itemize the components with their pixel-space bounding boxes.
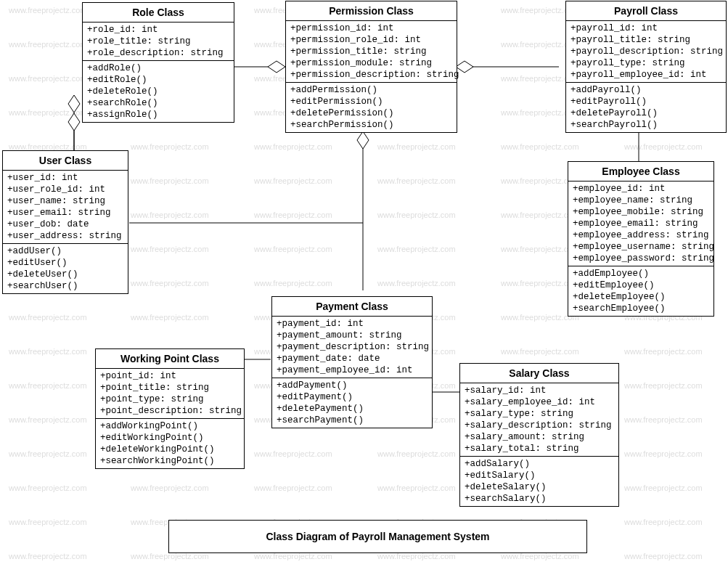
watermark-text: www.freeprojectz.com — [377, 245, 456, 253]
class-member: +editRole() — [87, 74, 229, 86]
watermark-text: www.freeprojectz.com — [254, 484, 332, 492]
class-methods: +addSalary()+editSalary()+deleteSalary()… — [460, 457, 618, 506]
class-member: +user_email: string — [7, 207, 123, 219]
class-attrs: +salary_id: int+salary_employee_id: int+… — [460, 383, 618, 457]
class-workingpoint: Working Point Class +point_id: int+point… — [95, 348, 245, 469]
watermark-text: www.freeprojectz.com — [624, 484, 703, 492]
class-member: +payroll_employee_id: int — [570, 69, 721, 81]
watermark-text: www.freeprojectz.com — [9, 518, 87, 526]
class-member: +payroll_type: string — [570, 57, 721, 69]
class-member: +assignRole() — [87, 109, 229, 121]
class-member: +permission_title: string — [290, 46, 452, 57]
svg-marker-10 — [357, 131, 369, 149]
watermark-text: www.freeprojectz.com — [624, 381, 703, 390]
watermark-text: www.freeprojectz.com — [9, 484, 87, 492]
watermark-text: www.freeprojectz.com — [9, 40, 87, 49]
class-member: +deleteSalary() — [465, 481, 614, 493]
class-title: Payroll Class — [566, 1, 726, 21]
class-member: +payment_description: string — [277, 341, 428, 353]
class-member: +searchPermission() — [290, 119, 452, 131]
watermark-text: www.freeprojectz.com — [377, 449, 456, 458]
class-methods: +addPayroll()+editPayroll()+deletePayrol… — [566, 83, 726, 132]
class-member: +editPermission() — [290, 96, 452, 107]
watermark-text: www.freeprojectz.com — [9, 313, 87, 322]
class-attrs: +payroll_id: int+payroll_title: string+p… — [566, 21, 726, 83]
class-member: +salary_total: string — [465, 443, 614, 454]
class-title: Permission Class — [286, 1, 457, 21]
class-payroll: Payroll Class +payroll_id: int+payroll_t… — [565, 1, 727, 133]
class-member: +employee_mobile: string — [573, 206, 709, 218]
class-member: +user_id: int — [7, 172, 123, 184]
class-member: +employee_name: string — [573, 195, 709, 206]
svg-marker-1 — [268, 61, 285, 73]
class-member: +addPayment() — [277, 380, 428, 391]
class-title: Role Class — [83, 3, 234, 23]
class-member: +searchSalary() — [465, 493, 614, 505]
class-member: +deleteUser() — [7, 269, 123, 280]
class-member: +deletePermission() — [290, 107, 452, 119]
class-methods: +addRole()+editRole()+deleteRole()+searc… — [83, 61, 234, 122]
class-attrs: +permission_id: int+permission_role_id: … — [286, 21, 457, 83]
class-member: +salary_amount: string — [465, 431, 614, 443]
watermark-text: www.freeprojectz.com — [9, 381, 87, 390]
class-member: +role_id: int — [87, 24, 229, 36]
watermark-text: www.freeprojectz.com — [377, 176, 456, 185]
class-member: +searchEmployee() — [573, 303, 709, 314]
class-member: +addUser() — [7, 245, 123, 257]
watermark-text: www.freeprojectz.com — [624, 142, 703, 151]
diagram-title: Class Diagram of Payroll Management Syst… — [168, 520, 587, 553]
watermark-text: www.freeprojectz.com — [624, 518, 703, 526]
class-member: +payroll_id: int — [570, 23, 721, 34]
watermark-text: www.freeprojectz.com — [254, 176, 332, 185]
class-member: +deleteWorkingPoint() — [100, 444, 240, 455]
class-member: +payment_date: date — [277, 353, 428, 364]
class-member: +user_role_id: int — [7, 184, 123, 195]
watermark-text: www.freeprojectz.com — [501, 142, 579, 151]
class-methods: +addPermission()+editPermission()+delete… — [286, 83, 457, 132]
class-member: +editEmployee() — [573, 280, 709, 291]
class-attrs: +point_id: int+point_title: string+point… — [96, 369, 244, 419]
class-member: +permission_module: string — [290, 57, 452, 69]
class-methods: +addUser()+editUser()+deleteUser()+searc… — [3, 244, 128, 293]
class-member: +addEmployee() — [573, 268, 709, 280]
class-member: +point_id: int — [100, 370, 240, 382]
class-member: +payment_amount: string — [277, 330, 428, 341]
watermark-text: www.freeprojectz.com — [624, 552, 703, 560]
class-member: +editWorkingPoint() — [100, 432, 240, 444]
class-member: +searchUser() — [7, 280, 123, 292]
class-methods: +addWorkingPoint()+editWorkingPoint()+de… — [96, 419, 244, 468]
class-member: +user_name: string — [7, 195, 123, 207]
class-member: +employee_password: string — [573, 253, 709, 264]
watermark-text: www.freeprojectz.com — [131, 484, 209, 492]
class-member: +point_description: string — [100, 405, 240, 417]
class-member: +salary_id: int — [465, 385, 614, 396]
watermark-text: www.freeprojectz.com — [9, 74, 87, 83]
class-title: Employee Class — [568, 162, 713, 182]
class-member: +editSalary() — [465, 470, 614, 481]
class-member: +searchWorkingPoint() — [100, 455, 240, 467]
class-permission: Permission Class +permission_id: int+per… — [285, 1, 457, 133]
watermark-text: www.freeprojectz.com — [254, 279, 332, 288]
class-member: +deleteEmployee() — [573, 291, 709, 303]
class-title: User Class — [3, 151, 128, 171]
watermark-text: www.freeprojectz.com — [9, 347, 87, 356]
watermark-text: www.freeprojectz.com — [9, 108, 87, 117]
class-member: +editPayment() — [277, 391, 428, 403]
class-user: User Class +user_id: int+user_role_id: i… — [2, 150, 128, 294]
class-methods: +addEmployee()+editEmployee()+deleteEmpl… — [568, 266, 713, 316]
class-attrs: +payment_id: int+payment_amount: string+… — [272, 317, 432, 378]
class-member: +salary_employee_id: int — [465, 396, 614, 408]
class-member: +addPermission() — [290, 84, 452, 96]
class-methods: +addPayment()+editPayment()+deletePaymen… — [272, 378, 432, 428]
class-attrs: +user_id: int+user_role_id: int+user_nam… — [3, 171, 128, 244]
class-member: +payment_employee_id: int — [277, 364, 428, 376]
class-member: +permission_id: int — [290, 23, 452, 34]
watermark-text: www.freeprojectz.com — [377, 484, 456, 492]
class-member: +salary_description: string — [465, 420, 614, 431]
class-employee: Employee Class +employee_id: int+employe… — [568, 161, 714, 317]
watermark-text: www.freeprojectz.com — [131, 142, 209, 151]
watermark-text: www.freeprojectz.com — [131, 211, 209, 219]
class-member: +searchRole() — [87, 97, 229, 109]
class-payment: Payment Class +payment_id: int+payment_a… — [271, 296, 433, 428]
class-member: +employee_email: string — [573, 218, 709, 229]
